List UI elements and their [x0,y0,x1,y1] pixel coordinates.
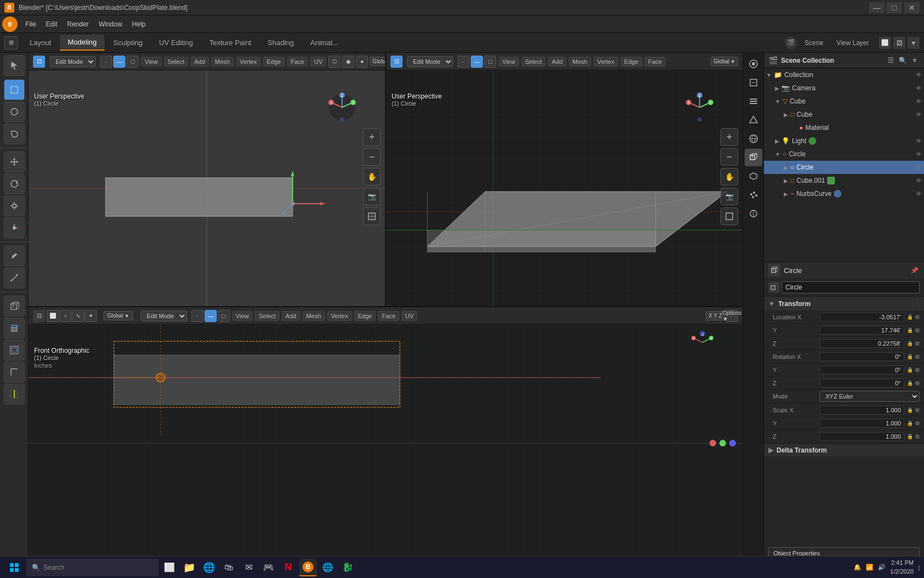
rotation-x-lock[interactable]: 🔒 [906,353,914,361]
taskbar-show-desktop[interactable]: | [918,564,920,571]
scale-x-lock[interactable]: 🔒 [906,406,914,414]
rotation-y-input[interactable] [820,366,904,374]
vp-right-mode-select[interactable]: Edit Mode [407,56,453,67]
viewport-bottom[interactable]: ⊡ ⬜ ○ ∿ ✦ Global ▼ Edit Mode · — [29,307,743,561]
vp-left-vertex-select[interactable]: · [100,56,112,68]
light-visibility[interactable]: 👁 [916,138,922,144]
filter-icon[interactable]: ▼ [908,37,920,49]
vp-left-uv-btn[interactable]: UV [310,57,326,67]
vpb-uv-btn[interactable]: UV [402,311,417,321]
delta-transform-header[interactable]: ▶ Delta Transform [764,444,924,456]
nurbs-visibility[interactable]: 👁 [916,190,922,197]
tool-bevel[interactable] [4,362,25,383]
camera-view-btn[interactable]: 📷 [363,188,381,205]
outliner-item-circle-parent[interactable]: ▼ ○ Circle 👁 [764,148,924,161]
props-tab-world[interactable] [745,130,762,148]
vp-left-gizmo-btn[interactable]: Global ▼ [370,57,386,66]
props-pin-btn[interactable]: 📌 [910,265,920,275]
outliner-search-btn[interactable]: 🔍 [898,56,908,66]
menu-edit[interactable]: Edit [41,18,62,30]
taskbar-steam[interactable]: 🎮 [260,559,277,576]
taskbar-file-explorer[interactable]: 📁 [180,559,198,576]
menu-window[interactable]: Window [94,18,127,30]
tool-measure[interactable] [4,268,25,288]
menu-file[interactable]: File [21,18,40,30]
vp-left-shading-wire[interactable]: ⬡ [328,56,340,68]
viewport-left-canvas[interactable]: User Perspective (1) Circle Z [29,70,385,306]
vpr-camera-btn[interactable]: 📷 [721,188,738,205]
vp-right-select-btn[interactable]: Select [521,57,546,67]
tool-loop-cut[interactable] [4,384,25,405]
scale-y-input[interactable] [820,419,904,428]
rotation-z-input[interactable] [820,379,904,388]
circle-selected-visibility[interactable]: 👁 [916,164,922,171]
vp-right-face-btn[interactable]: Face [645,57,666,67]
vp-right-transform-global[interactable]: Global ▼ [711,57,738,66]
vpb-face-select[interactable]: □ [218,310,230,322]
vp-right-select-icon[interactable]: ⊡ [391,56,403,68]
vp-left-vertex-btn[interactable]: Vertex [236,57,261,67]
tool-select-circle[interactable] [4,101,25,122]
vpr-ortho-btn[interactable] [721,208,738,225]
vp-right-mesh-btn[interactable]: Mesh [569,57,591,67]
tab-layout[interactable]: Layout [22,35,59,50]
vpb-edge-select[interactable]: — [205,310,217,322]
tab-animation[interactable]: Animat... [302,35,346,50]
vp-left-face-btn[interactable]: Face [287,57,308,67]
vpb-mesh-btn[interactable]: Mesh [302,311,325,321]
vpb-select-icon[interactable]: ⊡ [33,310,45,322]
outliner-item-circle-selected[interactable]: ▶ ○ Circle 👁 [764,161,924,174]
tool-transform[interactable] [4,217,25,238]
scale-z-lock[interactable]: 🔒 [906,433,914,440]
workspace-add[interactable]: ⊞ [4,36,18,50]
close-button[interactable]: ✕ [904,2,920,13]
maximize-button[interactable]: □ [887,2,902,13]
vpr-zoom-in-btn[interactable]: + [721,128,738,146]
viewport-bottom-canvas[interactable]: Front Orthographic (1) Circle Inches -Z [29,325,743,561]
pan-btn[interactable]: ✋ [363,168,381,186]
taskbar-notifications[interactable]: 🔔 [854,564,861,571]
outliner-item-material[interactable]: ▶ ● Material [764,121,924,134]
location-y-input[interactable] [820,326,904,335]
tab-texture-paint[interactable]: Texture Paint [202,35,259,50]
tool-rotate[interactable] [4,173,25,194]
outliner-filter2-btn[interactable]: ▼ [910,56,920,66]
rotation-mode-select[interactable]: XYZ Euler [820,391,920,402]
tool-select-box[interactable] [4,79,25,100]
vp-left-face-select[interactable]: □ [127,56,139,68]
outliner-filter-btn[interactable]: ☰ [886,56,895,66]
tool-scale[interactable] [4,195,25,216]
viewport-icon[interactable]: ⬜ [879,37,891,49]
location-z-input[interactable] [820,339,904,348]
cube001-visibility[interactable]: 👁 [916,177,922,184]
tool-annotate[interactable] [4,246,25,266]
vp-left-mode-select[interactable]: Edit Mode [50,56,96,67]
taskbar-store[interactable]: 🛍 [220,559,238,576]
vp-left-add-btn[interactable]: Add [190,57,209,67]
scale-y-lock[interactable]: 🔒 [906,419,914,427]
vpb-face-btn[interactable]: Face [378,311,399,321]
scale-x-input[interactable] [820,406,904,415]
outliner-item-light[interactable]: ▶ 💡 Light 👁 [764,134,924,148]
tool-move[interactable] [4,151,25,172]
props-tab-view-layer[interactable] [745,92,762,110]
vpr-zoom-out-btn[interactable]: − [721,148,738,166]
location-z-lock[interactable]: 🔒 [906,340,914,347]
render-engine-icon[interactable]: 🖼 [893,37,905,49]
taskbar-sound[interactable]: 🔊 [878,564,886,571]
start-button[interactable] [4,558,24,577]
props-tab-output[interactable] [745,74,762,91]
vpb-mode-select[interactable]: Edit Mode [141,310,187,321]
outliner-item-nurbscurve[interactable]: ▶ ~ NurbsCurve 👁 [764,187,924,200]
taskbar-blender[interactable]: B [299,559,317,576]
viewport-right[interactable]: ⊡ Edit Mode · — □ View Select Add Mesh V… [386,53,743,306]
tool-select-lasso[interactable] [4,123,25,144]
rotation-z-lock[interactable]: 🔒 [906,379,914,387]
tool-add-cube[interactable] [4,296,25,317]
tool-extrude[interactable] [4,318,25,339]
search-icon[interactable]: 🔍 Search [26,559,158,576]
vp-left-mesh-btn[interactable]: Mesh [211,57,234,67]
vpr-pan-btn[interactable]: ✋ [721,168,738,186]
scale-z-input[interactable] [820,432,904,441]
menu-help[interactable]: Help [128,18,150,30]
